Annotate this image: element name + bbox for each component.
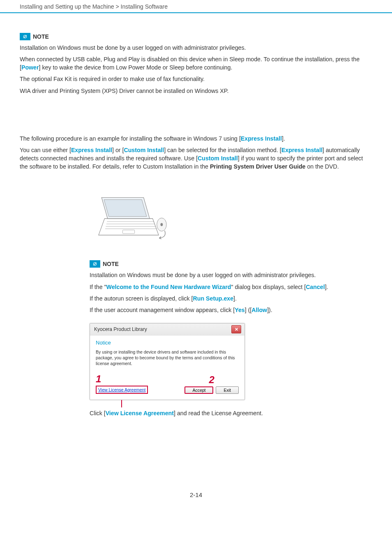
callout-pointer <box>121 400 122 407</box>
note-para: If the "Welcome to the Found New Hardwar… <box>90 283 368 291</box>
dialog-text: By using or installing the device driver… <box>96 349 239 367</box>
hardware-wizard-ref: Welcome to the Found New Hardware Wizard <box>106 284 231 290</box>
note-para: Installation on Windows must be done by … <box>20 44 372 52</box>
express-install-ref: Express Install <box>241 135 282 142</box>
allow-ref: Allow <box>251 307 267 313</box>
express-install-ref: Express Install <box>281 147 323 153</box>
power-key-ref: Power <box>21 64 39 71</box>
license-dialog: Kyocera Product Library ✕ Notice By usin… <box>90 323 245 400</box>
note-heading: NOTE <box>90 260 368 268</box>
accept-button[interactable]: Accept <box>184 386 213 394</box>
dialog-title: Kyocera Product Library <box>94 326 147 332</box>
note-para: If the user account management window ap… <box>90 306 368 314</box>
instruction-para: Click [View License Agreement] and read … <box>90 409 368 417</box>
page-number: 2-14 <box>20 491 372 506</box>
note-para: WIA driver and Printing System (XPS) Dri… <box>20 87 372 95</box>
body-para: The following procedure is an example fo… <box>20 134 372 143</box>
view-license-link[interactable]: View License Agreement <box>96 386 148 394</box>
exit-button[interactable]: Exit <box>216 386 239 394</box>
note-para: Installation on Windows must be done by … <box>90 271 368 279</box>
close-icon[interactable]: ✕ <box>231 325 241 333</box>
body-para: You can use either [Express Install] or … <box>20 146 372 171</box>
breadcrumb: Installing and Setting up the Machine > … <box>0 0 392 13</box>
note-para: When connected by USB cable, Plug and Pl… <box>20 55 372 72</box>
note-heading: NOTE <box>20 33 372 40</box>
run-setup-ref: Run Setup.exe <box>193 295 234 302</box>
custom-install-ref: Custom Install <box>198 155 238 162</box>
note-para: The optional Fax Kit is required in orde… <box>20 75 372 83</box>
note-title-text: NOTE <box>103 261 119 267</box>
note-icon <box>90 260 100 268</box>
laptop-dvd-illustration <box>90 190 372 245</box>
svg-point-8 <box>160 223 163 226</box>
note-title-text: NOTE <box>33 33 49 40</box>
note-para: If the autorun screen is displayed, clic… <box>90 294 368 303</box>
yes-ref: Yes <box>235 307 244 313</box>
svg-rect-6 <box>122 230 134 234</box>
custom-install-ref: Custom Install <box>124 147 164 153</box>
guide-title: Printing System Driver User Guide <box>210 163 306 170</box>
callout-number-2: 2 <box>209 375 214 385</box>
view-license-ref: View License Agreement <box>106 410 174 416</box>
callout-number-1: 1 <box>96 374 148 384</box>
note-icon <box>20 33 30 40</box>
cancel-ref: Cancel <box>306 284 325 290</box>
express-install-ref: Express Install <box>71 147 112 153</box>
dialog-notice: Notice <box>96 340 239 346</box>
